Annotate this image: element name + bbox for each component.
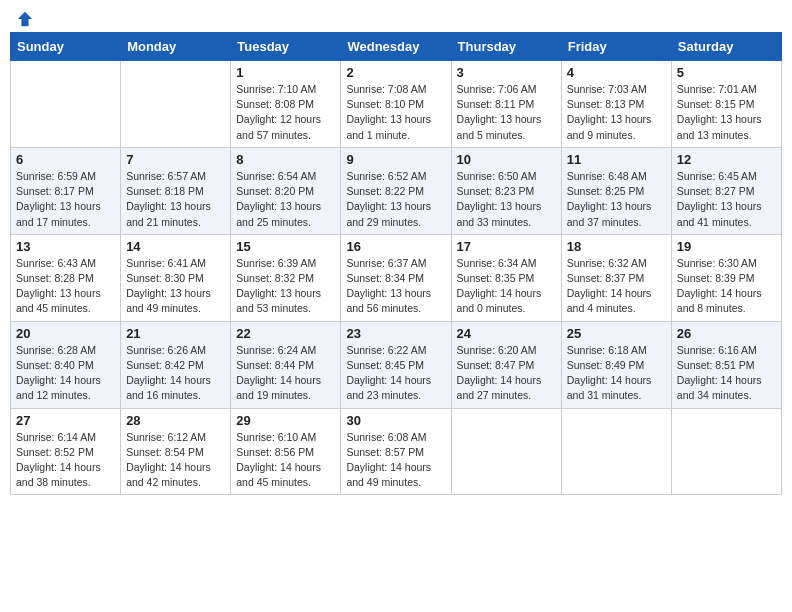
day-number: 16 <box>346 239 445 254</box>
day-detail: Sunrise: 6:59 AM Sunset: 8:17 PM Dayligh… <box>16 169 115 230</box>
day-detail: Sunrise: 6:50 AM Sunset: 8:23 PM Dayligh… <box>457 169 556 230</box>
day-number: 25 <box>567 326 666 341</box>
day-detail: Sunrise: 6:57 AM Sunset: 8:18 PM Dayligh… <box>126 169 225 230</box>
day-number: 6 <box>16 152 115 167</box>
logo-icon <box>16 10 34 28</box>
calendar-cell: 9Sunrise: 6:52 AM Sunset: 8:22 PM Daylig… <box>341 147 451 234</box>
calendar-cell: 19Sunrise: 6:30 AM Sunset: 8:39 PM Dayli… <box>671 234 781 321</box>
calendar-cell: 16Sunrise: 6:37 AM Sunset: 8:34 PM Dayli… <box>341 234 451 321</box>
day-number: 13 <box>16 239 115 254</box>
calendar-cell: 11Sunrise: 6:48 AM Sunset: 8:25 PM Dayli… <box>561 147 671 234</box>
day-detail: Sunrise: 6:34 AM Sunset: 8:35 PM Dayligh… <box>457 256 556 317</box>
calendar-cell: 24Sunrise: 6:20 AM Sunset: 8:47 PM Dayli… <box>451 321 561 408</box>
calendar-cell: 12Sunrise: 6:45 AM Sunset: 8:27 PM Dayli… <box>671 147 781 234</box>
day-detail: Sunrise: 6:08 AM Sunset: 8:57 PM Dayligh… <box>346 430 445 491</box>
calendar-week-row: 27Sunrise: 6:14 AM Sunset: 8:52 PM Dayli… <box>11 408 782 495</box>
day-detail: Sunrise: 6:39 AM Sunset: 8:32 PM Dayligh… <box>236 256 335 317</box>
day-number: 4 <box>567 65 666 80</box>
day-number: 14 <box>126 239 225 254</box>
day-number: 7 <box>126 152 225 167</box>
day-detail: Sunrise: 6:30 AM Sunset: 8:39 PM Dayligh… <box>677 256 776 317</box>
calendar-cell: 18Sunrise: 6:32 AM Sunset: 8:37 PM Dayli… <box>561 234 671 321</box>
calendar: SundayMondayTuesdayWednesdayThursdayFrid… <box>10 32 782 495</box>
calendar-cell: 30Sunrise: 6:08 AM Sunset: 8:57 PM Dayli… <box>341 408 451 495</box>
calendar-cell: 4Sunrise: 7:03 AM Sunset: 8:13 PM Daylig… <box>561 61 671 148</box>
calendar-cell: 7Sunrise: 6:57 AM Sunset: 8:18 PM Daylig… <box>121 147 231 234</box>
calendar-header-row: SundayMondayTuesdayWednesdayThursdayFrid… <box>11 33 782 61</box>
day-detail: Sunrise: 7:06 AM Sunset: 8:11 PM Dayligh… <box>457 82 556 143</box>
weekday-header: Sunday <box>11 33 121 61</box>
calendar-cell: 27Sunrise: 6:14 AM Sunset: 8:52 PM Dayli… <box>11 408 121 495</box>
weekday-header: Wednesday <box>341 33 451 61</box>
day-number: 2 <box>346 65 445 80</box>
day-number: 17 <box>457 239 556 254</box>
day-number: 29 <box>236 413 335 428</box>
day-detail: Sunrise: 6:16 AM Sunset: 8:51 PM Dayligh… <box>677 343 776 404</box>
day-detail: Sunrise: 6:43 AM Sunset: 8:28 PM Dayligh… <box>16 256 115 317</box>
calendar-cell: 21Sunrise: 6:26 AM Sunset: 8:42 PM Dayli… <box>121 321 231 408</box>
calendar-cell: 10Sunrise: 6:50 AM Sunset: 8:23 PM Dayli… <box>451 147 561 234</box>
day-detail: Sunrise: 7:10 AM Sunset: 8:08 PM Dayligh… <box>236 82 335 143</box>
day-detail: Sunrise: 7:03 AM Sunset: 8:13 PM Dayligh… <box>567 82 666 143</box>
svg-marker-0 <box>18 12 32 26</box>
calendar-cell: 15Sunrise: 6:39 AM Sunset: 8:32 PM Dayli… <box>231 234 341 321</box>
day-number: 20 <box>16 326 115 341</box>
day-number: 28 <box>126 413 225 428</box>
day-number: 12 <box>677 152 776 167</box>
day-detail: Sunrise: 6:54 AM Sunset: 8:20 PM Dayligh… <box>236 169 335 230</box>
day-detail: Sunrise: 6:14 AM Sunset: 8:52 PM Dayligh… <box>16 430 115 491</box>
calendar-cell: 14Sunrise: 6:41 AM Sunset: 8:30 PM Dayli… <box>121 234 231 321</box>
calendar-cell: 6Sunrise: 6:59 AM Sunset: 8:17 PM Daylig… <box>11 147 121 234</box>
calendar-cell <box>671 408 781 495</box>
day-number: 24 <box>457 326 556 341</box>
day-number: 27 <box>16 413 115 428</box>
day-number: 19 <box>677 239 776 254</box>
calendar-cell: 28Sunrise: 6:12 AM Sunset: 8:54 PM Dayli… <box>121 408 231 495</box>
calendar-cell: 17Sunrise: 6:34 AM Sunset: 8:35 PM Dayli… <box>451 234 561 321</box>
calendar-week-row: 20Sunrise: 6:28 AM Sunset: 8:40 PM Dayli… <box>11 321 782 408</box>
calendar-cell: 29Sunrise: 6:10 AM Sunset: 8:56 PM Dayli… <box>231 408 341 495</box>
logo <box>14 10 34 24</box>
day-number: 30 <box>346 413 445 428</box>
day-detail: Sunrise: 6:41 AM Sunset: 8:30 PM Dayligh… <box>126 256 225 317</box>
calendar-cell: 13Sunrise: 6:43 AM Sunset: 8:28 PM Dayli… <box>11 234 121 321</box>
day-number: 21 <box>126 326 225 341</box>
day-detail: Sunrise: 6:32 AM Sunset: 8:37 PM Dayligh… <box>567 256 666 317</box>
calendar-cell <box>451 408 561 495</box>
calendar-week-row: 13Sunrise: 6:43 AM Sunset: 8:28 PM Dayli… <box>11 234 782 321</box>
day-number: 15 <box>236 239 335 254</box>
day-detail: Sunrise: 7:01 AM Sunset: 8:15 PM Dayligh… <box>677 82 776 143</box>
day-number: 8 <box>236 152 335 167</box>
page-header <box>10 10 782 24</box>
day-detail: Sunrise: 6:52 AM Sunset: 8:22 PM Dayligh… <box>346 169 445 230</box>
day-detail: Sunrise: 6:45 AM Sunset: 8:27 PM Dayligh… <box>677 169 776 230</box>
calendar-cell: 22Sunrise: 6:24 AM Sunset: 8:44 PM Dayli… <box>231 321 341 408</box>
weekday-header: Friday <box>561 33 671 61</box>
day-detail: Sunrise: 6:24 AM Sunset: 8:44 PM Dayligh… <box>236 343 335 404</box>
calendar-cell: 23Sunrise: 6:22 AM Sunset: 8:45 PM Dayli… <box>341 321 451 408</box>
calendar-cell <box>561 408 671 495</box>
calendar-cell: 1Sunrise: 7:10 AM Sunset: 8:08 PM Daylig… <box>231 61 341 148</box>
day-number: 10 <box>457 152 556 167</box>
calendar-week-row: 6Sunrise: 6:59 AM Sunset: 8:17 PM Daylig… <box>11 147 782 234</box>
calendar-cell: 5Sunrise: 7:01 AM Sunset: 8:15 PM Daylig… <box>671 61 781 148</box>
day-number: 18 <box>567 239 666 254</box>
day-detail: Sunrise: 6:26 AM Sunset: 8:42 PM Dayligh… <box>126 343 225 404</box>
weekday-header: Monday <box>121 33 231 61</box>
day-number: 26 <box>677 326 776 341</box>
weekday-header: Tuesday <box>231 33 341 61</box>
calendar-cell <box>121 61 231 148</box>
day-number: 11 <box>567 152 666 167</box>
day-detail: Sunrise: 6:28 AM Sunset: 8:40 PM Dayligh… <box>16 343 115 404</box>
day-number: 9 <box>346 152 445 167</box>
day-detail: Sunrise: 6:12 AM Sunset: 8:54 PM Dayligh… <box>126 430 225 491</box>
day-number: 3 <box>457 65 556 80</box>
calendar-cell: 3Sunrise: 7:06 AM Sunset: 8:11 PM Daylig… <box>451 61 561 148</box>
day-detail: Sunrise: 6:22 AM Sunset: 8:45 PM Dayligh… <box>346 343 445 404</box>
calendar-cell: 25Sunrise: 6:18 AM Sunset: 8:49 PM Dayli… <box>561 321 671 408</box>
day-detail: Sunrise: 7:08 AM Sunset: 8:10 PM Dayligh… <box>346 82 445 143</box>
calendar-cell: 2Sunrise: 7:08 AM Sunset: 8:10 PM Daylig… <box>341 61 451 148</box>
weekday-header: Saturday <box>671 33 781 61</box>
day-number: 1 <box>236 65 335 80</box>
calendar-cell: 20Sunrise: 6:28 AM Sunset: 8:40 PM Dayli… <box>11 321 121 408</box>
